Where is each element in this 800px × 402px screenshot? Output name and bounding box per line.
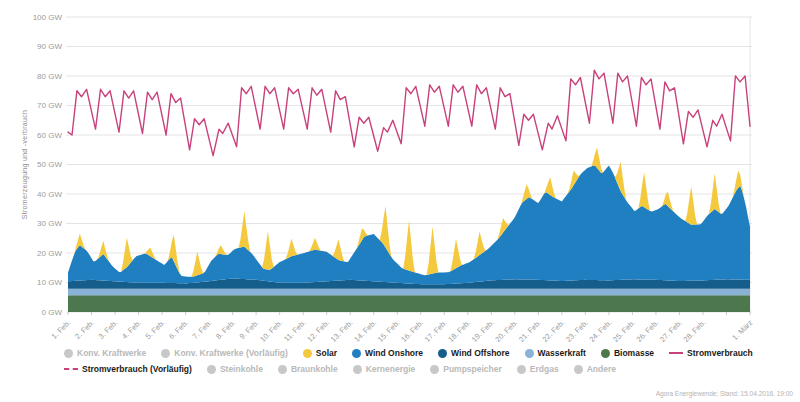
y-axis-tick-label: 80 GW [37,72,62,81]
legend-item-andere[interactable]: Andere [574,364,616,374]
x-axis-tick-label: 2. Feb. [73,318,96,341]
legend-item-wasserkraft[interactable]: Wasserkraft [525,348,586,358]
line-stromverbrauch [68,70,750,156]
power-generation-chart: 0 GW10 GW20 GW30 GW40 GW50 GW60 GW70 GW8… [0,0,800,402]
x-axis-tick-label: 15. Feb. [376,318,402,342]
x-axis-tick-label: 21. Feb. [517,318,543,342]
legend-dot-icon [601,349,610,358]
legend-item-biomasse[interactable]: Biomasse [601,348,654,358]
x-axis-tick-label: 7. Feb. [191,318,214,341]
legend-dot-icon [525,349,534,358]
legend-line-icon [669,352,683,354]
x-axis-tick-label: 8. Feb. [214,318,237,341]
x-axis-tick-label: 24. Feb. [587,318,613,342]
x-axis-tick-label: 17. Feb. [423,318,449,342]
legend-label: Wind Onshore [365,348,423,358]
legend-item-solar[interactable]: Solar [303,348,337,358]
legend-dot-icon [430,365,439,374]
x-axis-tick-label: 1. März [730,318,754,342]
legend-label: Konv. Kraftwerke (Vorläufig) [174,348,288,358]
legend-row-1: Konv. KraftwerkeKonv. Kraftwerke (Vorläu… [64,348,753,358]
legend-label: Erdgas [530,364,559,374]
legend-label: Andere [587,364,616,374]
x-axis-tick-label: 28. Feb. [682,318,708,342]
legend-item-stromverbrauch-vorlaufig[interactable]: Stromverbrauch (Vorläufig) [64,364,192,374]
x-axis-tick-label: 5. Feb. [144,318,167,341]
legend-item-erdgas[interactable]: Erdgas [517,364,559,374]
x-axis-tick-label: 12. Feb. [305,318,331,342]
x-axis-tick-label: 23. Feb. [564,318,590,342]
x-axis-tick-label: 14. Feb. [352,318,378,342]
x-axis-tick-label: 25. Feb. [611,318,637,342]
legend-label: Solar [316,348,337,358]
legend-dot-icon [303,349,312,358]
legend-label: Kernenergie [366,364,416,374]
y-axis-tick-label: 0 GW [42,308,63,317]
x-axis-tick-label: 1. Feb. [50,318,73,341]
x-axis-tick-label: 26. Feb. [635,318,661,342]
legend-dot-icon [438,349,447,358]
x-axis-tick-label: 3. Feb. [97,318,120,341]
y-axis-tick-label: 60 GW [37,131,62,140]
y-axis-tick-label: 90 GW [37,42,62,51]
legend-item-steinkohle[interactable]: Steinkohle [207,364,263,374]
legend-dot-icon [207,365,216,374]
x-axis-tick-label: 6. Feb. [167,318,190,341]
x-axis-tick-label: 4. Feb. [120,318,143,341]
legend-item-konv.-kraftwerke-vorlaufig[interactable]: Konv. Kraftwerke (Vorläufig) [161,348,288,358]
area-wasserkraft [68,289,750,296]
x-axis-tick-label: 27. Feb. [658,318,684,342]
y-axis-tick-label: 70 GW [37,101,62,110]
x-axis-tick-label: 11. Feb. [282,318,307,342]
x-axis-tick-label: 10. Feb. [258,318,284,342]
legend-label: Steinkohle [220,364,263,374]
legend-label: Biomasse [614,348,654,358]
x-axis-tick-label: 13. Feb. [329,318,355,342]
legend-item-wind-onshore[interactable]: Wind Onshore [352,348,423,358]
legend-item-wind-offshore[interactable]: Wind Offshore [438,348,509,358]
y-axis-tick-label: 30 GW [37,219,62,228]
legend-dot-icon [352,349,361,358]
x-axis-tick-label: 19. Feb. [470,318,496,342]
legend-label: Braunkohle [291,364,338,374]
y-axis-tick-label: 50 GW [37,160,62,169]
x-axis-tick-label: 16. Feb. [399,318,425,342]
legend-item-stromverbrauch[interactable]: Stromverbrauch [669,348,753,358]
y-axis-tick-label: 10 GW [37,278,62,287]
legend-item-konv.-kraftwerke[interactable]: Konv. Kraftwerke [64,348,146,358]
legend-label: Stromverbrauch [687,348,753,358]
legend-dot-icon [64,349,73,358]
x-axis-tick-label: 22. Feb. [540,318,566,342]
legend-label: Pumpspeicher [443,364,502,374]
area-biomasse [68,295,750,312]
legend-label: Wind Offshore [451,348,509,358]
legend-dot-icon [278,365,287,374]
legend-label: Wasserkraft [538,348,586,358]
x-axis-tick-label: 20. Feb. [493,318,519,342]
x-axis-tick-label: 18. Feb. [446,318,472,342]
y-axis-title: Stromerzeugung und -verbrauch [21,110,29,219]
legend-dot-icon [517,365,526,374]
legend-item-pumpspeicher[interactable]: Pumpspeicher [430,364,502,374]
legend-dot-icon [161,349,170,358]
legend-label: Stromverbrauch (Vorläufig) [82,364,192,374]
legend-row-2: Stromverbrauch (Vorläufig)SteinkohleBrau… [64,364,616,374]
footer-credit: Agora Energiewende; Stand: 15.04.2016, 1… [656,390,793,397]
legend-item-kernenergie[interactable]: Kernenergie [353,364,416,374]
y-axis-tick-label: 100 GW [33,13,63,22]
y-axis-tick-label: 20 GW [37,249,62,258]
legend-dot-icon [353,365,362,374]
chart-canvas: 0 GW10 GW20 GW30 GW40 GW50 GW60 GW70 GW8… [0,0,800,342]
legend-label: Konv. Kraftwerke [77,348,146,358]
y-axis-tick-label: 40 GW [37,190,62,199]
legend-dashed-line-icon [64,368,78,370]
legend-dot-icon [574,365,583,374]
legend-item-braunkohle[interactable]: Braunkohle [278,364,338,374]
